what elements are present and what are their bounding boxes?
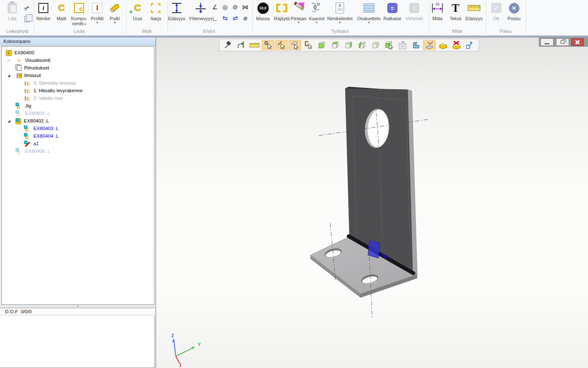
poistu-button[interactable]: ✕ Poistu xyxy=(505,1,523,21)
cube-select-icon[interactable] xyxy=(383,40,395,50)
bin-icon[interactable] xyxy=(437,40,449,50)
profile-icon: I xyxy=(92,3,102,13)
cube-solid-icon[interactable] xyxy=(369,40,382,50)
part-icon[interactable] xyxy=(410,40,422,50)
group-label-mitat: Mitat xyxy=(441,29,474,35)
axis-y-label: Y xyxy=(198,342,201,347)
osaluettelo-button[interactable]: Osaluettelo xyxy=(355,1,383,24)
expander-collapsed-icon[interactable]: ▷ xyxy=(8,57,14,64)
tree-item-variant-2[interactable]: 2: Valettu osa xyxy=(2,94,154,102)
panel-title: Kokoonpano xyxy=(0,37,156,45)
profiili-button[interactable]: I Profiili xyxy=(88,1,106,24)
pintaan-button[interactable]: Pintaan xyxy=(289,1,308,24)
measure-path-icon[interactable] xyxy=(235,40,247,50)
tree-item-jig[interactable]: Jig xyxy=(2,102,154,109)
series-icon xyxy=(150,2,162,14)
nimiketiedot-button[interactable]: i Nimiketiedot xyxy=(325,1,355,24)
malli-button[interactable]: C Malli xyxy=(53,1,70,21)
visualization-icon: ☀ xyxy=(16,58,22,64)
tree-item-ex80404[interactable]: EX80404 .L xyxy=(2,132,154,140)
axis-x-arrow xyxy=(176,356,181,367)
constraint-mini-buttons: ∠ ◎ ⊘ ⋈ ∟ ⇆ ⇄ ⌀ xyxy=(210,3,251,26)
cube-face-front-icon[interactable] xyxy=(315,40,328,50)
close-button[interactable] xyxy=(571,38,584,46)
tree-item-variant-0[interactable]: 0: Särmätty levyosa xyxy=(2,79,154,87)
model-icon: C xyxy=(58,3,65,13)
selected-face-highlight[interactable] xyxy=(368,240,380,258)
assembly-icon: C xyxy=(6,50,12,56)
sarja-button[interactable]: Sarja xyxy=(147,1,164,21)
cube-face-top-icon[interactable] xyxy=(329,40,342,50)
restore-icon xyxy=(561,40,564,44)
copy-button[interactable] xyxy=(22,14,32,24)
locked-part-icon xyxy=(16,103,22,109)
group-label-clipboard: Leikepöytä xyxy=(1,29,34,35)
bin-delete-icon[interactable] xyxy=(450,40,463,50)
cube-face-inner-icon[interactable] xyxy=(356,40,368,50)
text-icon: T xyxy=(452,2,459,15)
select-component-icon[interactable] xyxy=(302,40,315,50)
variant-icon xyxy=(24,96,31,101)
perpendicular-constraint-icon[interactable]: ∟ xyxy=(210,13,220,23)
group-label-lisaa: Lisää xyxy=(50,29,108,35)
etaisyys-measure-button[interactable]: Etäisyys xyxy=(464,1,485,21)
assembly-tree[interactable]: C EX80400 ▷ ☀ Visualisointi Piirustukset… xyxy=(1,46,154,305)
angle-constraint-icon[interactable]: ∠ xyxy=(210,3,220,12)
tangent-constraint-icon[interactable]: ⊘ xyxy=(230,3,240,12)
to-surface-icon xyxy=(293,3,304,13)
tree-item-ilmiasut[interactable]: ◢ Ilmiasut xyxy=(2,72,154,79)
tree-item-ex80801[interactable]: EX80801 .L xyxy=(2,109,154,117)
select-point-icon[interactable] xyxy=(262,40,274,50)
cut-button[interactable]: ✂ xyxy=(22,3,32,13)
equal-distance-constraint-icon[interactable]: ⇆ xyxy=(220,13,230,23)
tree-item-piirustukset[interactable]: Piirustukset xyxy=(2,64,154,72)
pin-icon[interactable] xyxy=(221,40,234,50)
symmetry-constraint-icon[interactable]: ⋈ xyxy=(241,3,250,12)
virheloki-button[interactable]: ! Virheloki xyxy=(403,1,425,21)
expander-expanded-icon[interactable]: ◢ xyxy=(8,117,14,125)
expander-expanded-icon[interactable]: ◢ xyxy=(8,72,14,80)
minimize-button[interactable] xyxy=(540,38,554,46)
ratkaise-button[interactable]: = Ratkaise xyxy=(382,1,403,21)
putki-button[interactable]: Putki xyxy=(106,1,123,24)
parallel-constraint-icon[interactable]: ⇄ xyxy=(230,13,240,23)
tree-item-ex80402[interactable]: ◢ C EX80402 .L xyxy=(2,117,154,125)
explode-icon xyxy=(275,3,288,13)
etaisyys-constraint-button[interactable]: Etäisyys xyxy=(166,1,188,21)
nimike-button[interactable]: i Nimike xyxy=(34,1,53,21)
rajayta-button[interactable]: Räjäytä xyxy=(273,1,291,21)
select-edge-icon[interactable] xyxy=(275,40,288,50)
model-viewport[interactable]: Z Y xyxy=(156,37,588,368)
select-face-icon[interactable] xyxy=(289,40,301,50)
kaaviot-button[interactable]: Kaaviot xyxy=(307,1,326,24)
restore-button[interactable] xyxy=(556,38,569,46)
teksti-button[interactable]: T Teksti xyxy=(447,1,464,21)
cube-face-side-icon[interactable] xyxy=(342,40,355,50)
ok-check-icon: ✓ xyxy=(491,3,501,13)
export-view-icon[interactable] xyxy=(464,40,476,50)
tree-item-ex80403[interactable]: EX80403 .L xyxy=(2,125,154,132)
feature-list-icon[interactable] xyxy=(396,40,409,50)
tree-item-ex80400[interactable]: C EX80400 xyxy=(2,49,154,56)
panel-splitter[interactable]: ▾ xyxy=(0,305,156,308)
ruler-icon[interactable] xyxy=(248,40,261,50)
release-constraint-icon[interactable]: ⌀ xyxy=(241,13,250,23)
hidden-part-icon xyxy=(16,149,22,155)
exit-icon: ✕ xyxy=(509,3,519,13)
massa-button[interactable]: 10,0 Massa xyxy=(254,1,272,21)
ok-button[interactable]: ✓ OK xyxy=(489,1,504,21)
bracket-model[interactable]: Z Y xyxy=(156,37,588,368)
assembly-panel: Kokoonpano C EX80400 ▷ ☀ Visualisointi P… xyxy=(0,37,156,368)
plus-icon: + xyxy=(129,8,132,15)
mitta-button[interactable]: 45 Mitta xyxy=(429,1,445,21)
tree-item-ex80406[interactable]: EX80406 .L xyxy=(2,147,154,155)
work-plane-icon[interactable] xyxy=(423,40,436,50)
paste-button[interactable]: Liitä xyxy=(3,1,22,21)
tree-item-a1[interactable]: a1 xyxy=(2,140,154,147)
concentric-constraint-icon[interactable]: ◎ xyxy=(220,3,230,12)
tree-item-visualisointi[interactable]: ▷ ☀ Visualisointi xyxy=(2,56,154,64)
uusi-button[interactable]: C + Uusi xyxy=(129,1,146,21)
tree-item-variant-1[interactable]: 1: Hitsattu levyrakenne xyxy=(2,87,154,94)
variant-icon xyxy=(24,80,31,86)
komponentti-button[interactable]: C Kompo- nentti xyxy=(69,1,89,27)
